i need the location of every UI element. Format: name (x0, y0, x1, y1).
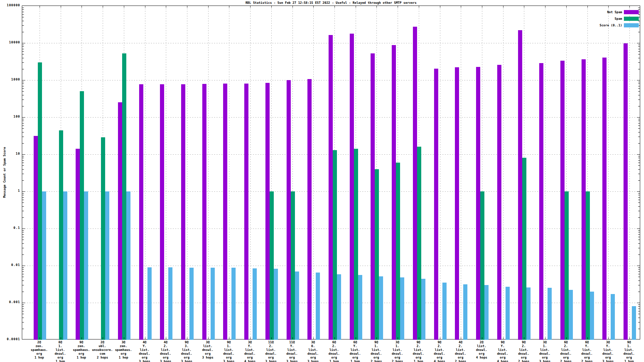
y-minor-tick (22, 160, 24, 161)
y-minor-tick (638, 193, 640, 193)
bar-score-0-1- (231, 268, 236, 340)
bar-score-0-1- (463, 284, 467, 340)
bar-score-0-1- (590, 292, 594, 340)
y-minor-tick (22, 193, 24, 193)
y-minor-tick (22, 84, 24, 84)
bar-not-spam (223, 84, 227, 340)
v-gridline (250, 6, 251, 339)
v-gridline (461, 6, 461, 339)
y-minor-tick (22, 25, 24, 26)
x-tick (376, 6, 377, 8)
x-category-label: 9@ Y. list. dnswl. org 4 hops (491, 341, 515, 362)
legend-swatch (624, 23, 639, 27)
x-tick (461, 6, 461, 8)
bar-score-0-1- (63, 191, 67, 340)
y-minor-tick (638, 58, 640, 58)
y-major-tick (22, 43, 25, 43)
bar-spam (480, 191, 484, 340)
x-tick (166, 6, 166, 8)
y-minor-tick (638, 211, 640, 211)
x-category-label: 9@ 1. list. dnswl. org 1 hop (617, 341, 641, 362)
x-tick (40, 6, 40, 8)
y-minor-tick (638, 62, 640, 63)
x-tick (398, 6, 398, 8)
y-tick-label: 0.1 (1, 226, 20, 230)
v-gridline (166, 6, 166, 339)
x-category-label: 6@ Y. list. dnswl. org 1 hop (343, 341, 367, 362)
bar-score-0-1- (337, 274, 341, 340)
y-minor-tick (638, 255, 640, 255)
y-minor-tick (22, 88, 24, 89)
x-tick (503, 6, 503, 8)
bar-not-spam (139, 84, 143, 340)
y-minor-tick (638, 230, 640, 231)
x-tick (250, 6, 251, 8)
y-minor-tick (22, 95, 24, 95)
y-minor-tick (638, 314, 640, 314)
y-minor-tick (638, 119, 640, 119)
y-tick-label: 0.01 (1, 264, 20, 267)
y-minor-tick (638, 54, 640, 54)
y-minor-tick (638, 272, 640, 272)
bar-score-0-1- (105, 191, 109, 340)
y-minor-tick (22, 267, 24, 268)
y-minor-tick (638, 160, 640, 161)
bar-score-0-1- (189, 268, 194, 340)
bar-spam (101, 137, 105, 340)
bar-not-spam (582, 59, 586, 340)
y-tick-label: 100 (1, 115, 20, 118)
y-minor-tick (638, 237, 640, 237)
y-minor-tick (638, 143, 640, 144)
y-minor-tick (638, 322, 640, 322)
y-tick-label: 10 (1, 152, 20, 155)
bar-spam (375, 169, 379, 340)
bar-not-spam (34, 136, 38, 340)
x-tick (608, 6, 609, 8)
y-tick-label: 100000 (1, 4, 20, 7)
y-minor-tick (22, 292, 24, 292)
y-minor-tick (22, 248, 24, 248)
y-minor-tick (638, 132, 640, 132)
legend-label-not-spam: Not Spam (607, 10, 622, 14)
x-tick (419, 337, 419, 339)
x-tick (629, 337, 630, 339)
x-tick (376, 337, 377, 339)
y-minor-tick (22, 54, 24, 54)
bar-score-0-1- (84, 191, 88, 340)
y-minor-tick (638, 88, 640, 89)
bar-not-spam (76, 149, 80, 340)
x-tick (587, 6, 588, 8)
bar-score-0-1- (506, 287, 510, 340)
bar-score-0-1- (400, 277, 404, 340)
y-minor-tick (22, 91, 24, 92)
x-tick (187, 337, 187, 339)
x-tick (545, 337, 545, 339)
x-tick (608, 337, 609, 339)
x-category-label: 9@ 1. list. dnswl. org 2 hops (364, 341, 388, 362)
y-major-tick (637, 80, 640, 80)
bar-spam (59, 130, 63, 340)
y-minor-tick (22, 306, 24, 307)
x-tick (482, 6, 482, 8)
x-tick (103, 6, 103, 8)
y-minor-tick (22, 143, 24, 144)
bar-spam (417, 147, 421, 340)
y-minor-tick (638, 8, 640, 8)
x-tick (524, 337, 524, 339)
y-minor-tick (22, 243, 24, 244)
y-minor-tick (22, 240, 24, 240)
x-tick (145, 337, 145, 339)
v-gridline (503, 6, 503, 339)
x-category-label: 3@ Y. list. dnswl. org 3 hops (596, 341, 620, 362)
x-category-label: 3@ 1. list. dnswl. org 2 hops (385, 341, 409, 362)
x-tick (461, 337, 461, 339)
y-minor-tick (22, 195, 24, 195)
x-category-label: 3@ Y. list. dnswl. org 4 hops (238, 341, 262, 362)
y-major-tick (22, 191, 25, 192)
bar-not-spam (160, 84, 164, 340)
y-minor-tick (22, 272, 24, 272)
x-category-label: 3@ list. dnswl. org 3 hops (196, 341, 220, 360)
x-tick (61, 6, 61, 8)
y-minor-tick (22, 58, 24, 58)
y-minor-tick (638, 329, 640, 329)
